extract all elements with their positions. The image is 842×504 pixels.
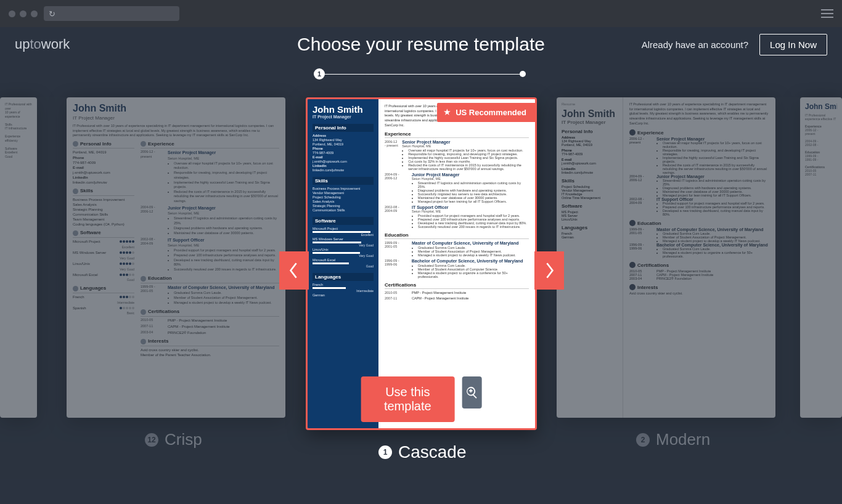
- mod-summary: IT Professional with over 10 years of ex…: [629, 102, 769, 126]
- max-dot-icon[interactable]: [31, 10, 38, 17]
- mint0: Avid cross country skier and cyclist.: [629, 291, 769, 295]
- cj0d: 2006-12 - present: [385, 140, 398, 171]
- cj2c: Seton Hospital, ME: [412, 209, 527, 213]
- cas-addr2: Portland, ME, 04019: [313, 142, 374, 146]
- cas-software: Software: [313, 217, 374, 225]
- template-card-cascade[interactable]: US Recommended John Smith IT Project Man…: [306, 97, 537, 430]
- edu-icon: [141, 276, 146, 282]
- recommended-badge: US Recommended: [437, 103, 535, 122]
- cas-addrh: Address: [313, 134, 326, 137]
- zoom-button[interactable]: [462, 376, 481, 408]
- me1b2: Managed a student project to organize a …: [663, 251, 769, 258]
- sw0r: Excellent: [73, 245, 134, 250]
- cas-addr1: 134 Rightward Way: [313, 138, 374, 142]
- cj1c: Seton Hospital, ME: [412, 177, 529, 181]
- int1: Member of the Parent Teacher Association…: [141, 352, 279, 357]
- lang-icon: [73, 286, 78, 291]
- csk2: Project Scheduling: [313, 195, 374, 199]
- c0d: 2010-05: [141, 318, 164, 323]
- reload-icon[interactable]: ↻: [49, 9, 55, 18]
- logo-part-c: work: [41, 36, 70, 52]
- cas-phh: Phone: [313, 147, 323, 150]
- template-card-crisp[interactable]: John Smith IT Project Manager IT Profess…: [67, 97, 285, 418]
- csk3: Sales Analysis: [313, 200, 374, 203]
- c1d: 2007-11: [141, 324, 164, 329]
- speech-icon: [629, 129, 636, 136]
- label-text: Modern: [656, 430, 710, 449]
- template-label-crisp: 12 Crisp: [145, 430, 202, 449]
- cert-bubble-icon: [629, 262, 636, 268]
- address-bar[interactable]: ↻: [44, 6, 179, 21]
- resume-summary: IT Professional with over 10 years of ex…: [73, 124, 279, 137]
- mod-software: Software: [562, 203, 618, 209]
- template-label-modern: 2 Modern: [636, 430, 710, 449]
- sk0: Business Process Improvement: [73, 197, 134, 202]
- label-text: Cascade: [398, 442, 467, 462]
- csk0: Business Process Improvement: [313, 187, 374, 190]
- cas-em: j.smith@uptowork.com: [313, 160, 374, 163]
- section-personal: Personal Info: [80, 141, 112, 147]
- j2t: IT Support Officer: [168, 237, 279, 243]
- carousel-prev-button[interactable]: [279, 251, 309, 290]
- logo-part-b: to: [30, 36, 41, 52]
- template-card-peek-left[interactable]: IT Professional with over10 years of exp…: [0, 97, 37, 418]
- int-bubble-icon: [629, 284, 636, 290]
- cas-personal: Personal Info: [313, 124, 374, 132]
- template-carousel: IT Professional with over10 years of exp…: [0, 97, 842, 479]
- mj0b1: Responsible for creating, improving, and…: [663, 148, 769, 156]
- em: E-mail: [73, 166, 84, 169]
- cas-edu: Education: [385, 232, 529, 239]
- peek-exp: Experience: [805, 124, 822, 128]
- j1c: Seton Hospital, ME: [168, 211, 279, 216]
- lg2: Spanish: [73, 306, 86, 311]
- template-card-modern[interactable]: Resume John Smith IT Project Manager Per…: [557, 97, 775, 418]
- me1d: 1996-09 - 1999-06: [629, 243, 653, 258]
- e0b2: Managed a student project to develop a w…: [174, 301, 279, 305]
- use-template-button[interactable]: Use this template: [361, 376, 454, 422]
- mj1d: 2004-09 - 2006-12: [629, 174, 653, 197]
- logo[interactable]: uptowork: [15, 36, 70, 52]
- magnify-plus-icon: [465, 386, 479, 399]
- login-button[interactable]: Log In Now: [759, 34, 827, 55]
- min-dot-icon[interactable]: [20, 10, 27, 17]
- carousel-next-button[interactable]: [534, 251, 564, 290]
- e0t: Master of Computer Science, University o…: [168, 285, 279, 290]
- mj0b0: Oversaw all major hospital IT projects f…: [663, 141, 769, 148]
- progress-step-1: 1: [314, 68, 325, 79]
- me1t: Bachelor of Computer Science, University…: [656, 243, 769, 247]
- template-card-peek-right[interactable]: John Smith IT Professionalexperience eff…: [800, 97, 842, 418]
- lg0: French: [73, 295, 84, 299]
- mj1b0: Streamlined IT logistics and administrat…: [663, 179, 769, 186]
- csk1: Vendor Management: [313, 191, 374, 195]
- edu-bubble-icon: [629, 220, 636, 226]
- j2b1: Prepared over 100 infrastructure perform…: [174, 253, 279, 258]
- logo-part-a: up: [15, 36, 30, 52]
- cas-exp: Experience: [385, 131, 529, 138]
- section-software: Software: [80, 230, 101, 235]
- label-num: 2: [636, 433, 650, 447]
- csw0r: Excellent: [313, 233, 374, 237]
- e0b1: Member of Student Association of Project…: [174, 296, 279, 300]
- e0b0: Graduated Summa Cum Laude.: [174, 291, 279, 295]
- app-header: uptowork Choose your resume template Alr…: [0, 27, 842, 62]
- j0b4: Reduced the costs of IT maintenance in 2…: [174, 190, 279, 203]
- j1t: Junior Project Manager: [168, 205, 279, 211]
- sk7: Coding languages (C#, Python): [73, 222, 134, 227]
- j0t: Senior Project Manager: [168, 150, 279, 155]
- label-text: Crisp: [165, 430, 202, 449]
- mod-skills: Skills: [562, 178, 618, 184]
- cas-skills: Skills: [313, 177, 374, 185]
- msk3: Online Time Management: [562, 196, 618, 200]
- c0t: PMP - Project Management Institute: [168, 318, 279, 323]
- cas-li: linkedin.com/johnutw: [313, 168, 374, 172]
- csw3r: Good: [313, 264, 374, 268]
- j2b3: Successfully resolved over 200 issues in…: [174, 267, 279, 272]
- sk6: Team Management: [73, 217, 134, 222]
- template-label-cascade: 1 Cascade: [378, 442, 467, 462]
- hamburger-icon[interactable]: [821, 9, 833, 18]
- cj2t: IT Support Officer: [412, 205, 527, 209]
- lg0r: Intermediate: [73, 301, 134, 305]
- peek-cert: Certifications: [805, 165, 825, 169]
- close-dot-icon[interactable]: [9, 10, 15, 17]
- c1t: CAPM - Project Management Institute: [168, 324, 279, 329]
